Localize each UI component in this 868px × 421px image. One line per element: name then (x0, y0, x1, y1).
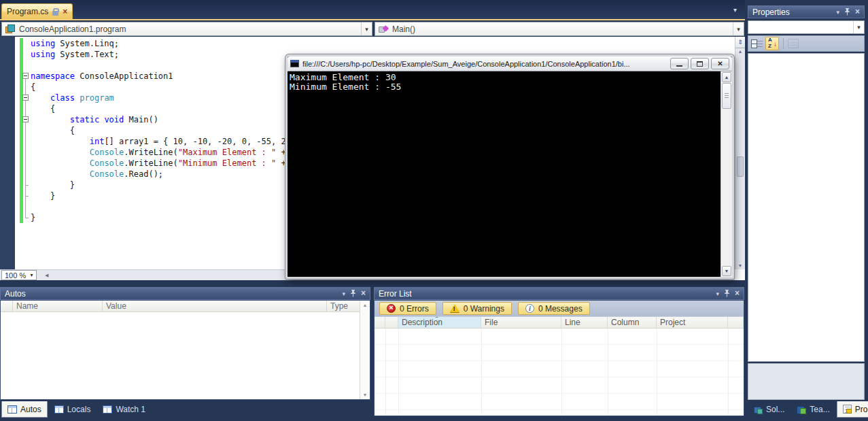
chevron-down-icon[interactable]: ▾ (853, 21, 864, 33)
object-selector-dropdown[interactable]: ▾ (748, 20, 865, 34)
warnings-filter-button[interactable]: 0 Warnings (442, 302, 512, 315)
errors-filter-label: 0 Errors (400, 304, 429, 314)
watch-icon (103, 405, 112, 414)
scroll-down-icon[interactable]: ▼ (722, 266, 731, 276)
column-project[interactable]: Project (657, 317, 728, 328)
tab-list-chevron-icon[interactable]: ▾ (733, 6, 737, 14)
window-position-icon[interactable]: ▾ (716, 290, 719, 297)
close-icon[interactable]: × (855, 8, 860, 16)
grid-line (561, 329, 562, 415)
editor-vertical-scrollbar[interactable]: ⇕ ▲ ▼ (735, 37, 745, 269)
pin-icon[interactable] (844, 8, 850, 16)
messages-filter-button[interactable]: 0 Messages (518, 302, 590, 315)
scroll-up-icon[interactable]: ▲ (360, 303, 370, 307)
grid-line (481, 329, 482, 415)
scroll-down-icon[interactable]: ▼ (360, 392, 370, 397)
chevron-down-icon[interactable]: ▾ (361, 22, 372, 35)
autos-column-value[interactable]: Value (103, 301, 327, 311)
tab-watch-1[interactable]: Watch 1 (97, 401, 151, 418)
team-explorer-icon (797, 405, 806, 414)
tab-close-icon[interactable]: × (63, 7, 67, 16)
tab-program-cs[interactable]: Program.cs × (1, 3, 73, 19)
categorized-icon[interactable] (751, 39, 763, 49)
close-icon[interactable]: × (361, 290, 366, 297)
autos-column-name[interactable]: Name (13, 301, 103, 311)
grid-line (728, 329, 729, 415)
tab-label: Locals (67, 405, 91, 414)
column-column[interactable]: Column (608, 317, 657, 328)
split-editor-handle[interactable]: ⇕ (735, 37, 745, 48)
error-list-body: 0 Errors 0 Warnings 0 Messages Descripti… (374, 300, 744, 416)
console-scroll-thumb[interactable] (722, 83, 731, 109)
pin-icon[interactable] (350, 290, 356, 297)
tab-properties[interactable]: Pro... (837, 401, 868, 418)
locals-icon (54, 405, 64, 414)
warnings-filter-label: 0 Warnings (464, 304, 504, 314)
collapse-namespace-icon[interactable] (22, 73, 29, 79)
properties-grid[interactable] (748, 53, 865, 362)
console-scrollbar[interactable]: ▲ ▼ (721, 71, 732, 277)
console-app-icon (290, 60, 299, 67)
column-file[interactable]: File (481, 317, 561, 328)
tab-solution-explorer[interactable]: Sol... (748, 401, 790, 418)
types-dropdown[interactable]: ConsoleApplication1.program ▾ (1, 22, 372, 36)
error-list-icon-column (375, 317, 385, 328)
error-list-number-column (385, 317, 398, 328)
breakpoint-margin[interactable] (0, 37, 15, 280)
tab-label: Watch 1 (116, 405, 145, 414)
autos-panel: Autos ▾ × Name Value Type ▲ ▼ Autos (0, 287, 370, 418)
debug-panel-tabs: Autos Locals Watch 1 (1, 401, 151, 418)
maximize-icon (697, 61, 703, 67)
close-button[interactable]: ✕ (711, 58, 729, 69)
types-dropdown-value: ConsoleApplication1.program (19, 24, 126, 34)
vs-main-window: Program.cs × ▾ ConsoleApplication1.progr… (0, 0, 868, 421)
minimize-button[interactable] (670, 58, 689, 69)
autos-scrollbar[interactable]: ▲ ▼ (360, 301, 370, 399)
scroll-up-icon[interactable]: ▲ (722, 72, 731, 82)
collapse-class-icon[interactable] (22, 95, 29, 101)
members-dropdown[interactable]: Main() ▾ (375, 22, 744, 36)
error-list-header: Description File Line Column Project (375, 316, 744, 329)
autos-icon (7, 405, 17, 414)
autos-grid-header: Name Value Type (1, 301, 370, 312)
window-controls: ▾ × (716, 290, 740, 297)
maximize-button[interactable] (691, 58, 709, 69)
chevron-down-icon[interactable]: ▾ (27, 272, 36, 278)
properties-toolbar: ↓ (748, 35, 865, 52)
properties-panel: Properties ▾ × ▾ ↓ Sol... Tea... (748, 5, 865, 418)
chevron-down-icon[interactable]: ▾ (733, 22, 744, 35)
tab-team-explorer[interactable]: Tea... (791, 401, 835, 418)
grid-line (385, 329, 386, 415)
errors-filter-button[interactable]: 0 Errors (379, 302, 436, 315)
close-icon[interactable]: × (735, 290, 740, 297)
tab-label: Tea... (810, 405, 829, 414)
document-tab-strip: Program.cs × ▾ (0, 0, 745, 20)
vertical-scroll-thumb[interactable] (737, 156, 744, 177)
autos-title: Autos (5, 289, 26, 299)
window-position-icon[interactable]: ▾ (342, 290, 345, 297)
error-list-grid[interactable] (375, 329, 744, 415)
method-icon (379, 24, 389, 33)
console-title-bar[interactable]: file:///C:/Users/hp-pc/Desktop/Example/S… (288, 56, 732, 71)
column-line[interactable]: Line (561, 317, 608, 328)
right-panel-tabs: Sol... Tea... Pro... (748, 401, 868, 418)
editor-zoom-dropdown[interactable]: 100 % ▾ (1, 270, 37, 280)
console-output[interactable]: Maximum Element : 30Minimum Element : -5… (288, 71, 721, 277)
window-position-icon[interactable]: ▾ (836, 9, 839, 16)
error-list-panel: Error List ▾ × 0 Errors 0 Warnings 0 (374, 287, 744, 418)
scroll-down-icon[interactable]: ▼ (735, 263, 745, 268)
tab-locals[interactable]: Locals (49, 401, 97, 418)
autos-title-bar: Autos ▾ × (0, 287, 370, 300)
collapse-method-icon[interactable] (22, 116, 29, 122)
tab-label: Autos (20, 405, 41, 414)
scroll-up-icon[interactable]: ▲ (735, 49, 745, 54)
error-list-title: Error List (379, 289, 412, 299)
alphabetical-sort-icon[interactable]: ↓ (765, 37, 779, 50)
property-pages-icon[interactable] (788, 39, 799, 48)
tab-autos[interactable]: Autos (1, 401, 48, 418)
column-description[interactable]: Description (398, 317, 481, 328)
messages-filter-label: 0 Messages (538, 304, 583, 314)
close-icon: ✕ (717, 61, 723, 67)
scroll-left-icon[interactable]: ◀ (45, 273, 48, 278)
pin-icon[interactable] (724, 290, 730, 297)
